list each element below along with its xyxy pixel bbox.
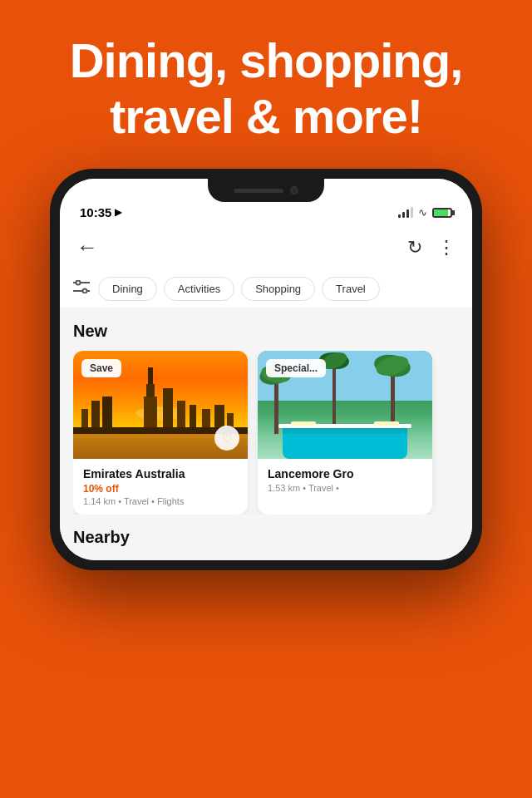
hero-section: Dining, shopping, travel & more!	[0, 0, 532, 160]
phone-device: 10:35 ▶ ∿ ←	[50, 169, 482, 570]
svg-rect-8	[102, 397, 112, 430]
svg-rect-15	[202, 409, 210, 430]
speaker	[234, 189, 283, 193]
card-lancemore-info: Lancemore Gro 1.53 km • Travel •	[258, 459, 432, 501]
card-emirates-discount: 10% off	[83, 483, 238, 495]
card-lancemore-image: Special...	[258, 351, 432, 459]
more-button[interactable]: ⋮	[437, 237, 456, 259]
phone-wrapper: 10:35 ▶ ∿ ←	[0, 160, 532, 570]
svg-point-1	[76, 281, 81, 285]
chip-dining[interactable]: Dining	[98, 277, 157, 301]
chip-travel[interactable]: Travel	[322, 277, 380, 301]
phone-screen: 10:35 ▶ ∿ ←	[60, 179, 472, 560]
section-title-nearby: Nearby	[73, 528, 459, 547]
svg-rect-14	[190, 405, 196, 430]
card-emirates-meta: 1.14 km • Travel • Flights	[83, 496, 238, 506]
filter-icon[interactable]	[73, 280, 90, 298]
battery-icon	[432, 208, 452, 218]
card-lancemore-meta: 1.53 km • Travel •	[268, 483, 422, 493]
header-actions: ↻ ⋮	[407, 237, 456, 259]
svg-rect-26	[332, 363, 336, 434]
card-lancemore-badge: Special...	[266, 359, 326, 377]
refresh-button[interactable]: ↻	[407, 237, 422, 259]
status-icons: ∿	[398, 206, 452, 219]
chip-activities[interactable]: Activities	[164, 277, 234, 301]
svg-rect-12	[163, 388, 173, 430]
section-title-new: New	[73, 322, 459, 341]
card-emirates[interactable]: Save ♡ Emirates Australia 10% off 1.14 k…	[73, 351, 248, 515]
card-emirates-badge: Save	[81, 359, 121, 377]
card-lancemore[interactable]: Special... Lancemore Gro 1.53 km • Trave…	[258, 351, 432, 515]
card-lancemore-name: Lancemore Gro	[268, 467, 422, 480]
status-time: 10:35 ▶	[80, 205, 121, 219]
cards-row: Save ♡ Emirates Australia 10% off 1.14 k…	[73, 351, 459, 515]
wifi-icon: ∿	[418, 206, 427, 219]
signal-icon	[398, 208, 413, 218]
app-header: ← ↻ ⋮	[60, 224, 472, 270]
card-emirates-image: Save ♡	[73, 351, 248, 459]
svg-rect-7	[91, 401, 100, 430]
svg-rect-20	[274, 376, 278, 434]
svg-rect-33	[374, 421, 399, 426]
svg-rect-11	[144, 397, 157, 430]
filter-bar: Dining Activities Shopping Travel	[60, 270, 472, 308]
svg-point-3	[83, 289, 87, 293]
svg-rect-32	[291, 421, 316, 426]
phone-notch	[208, 179, 324, 202]
svg-rect-6	[81, 409, 88, 430]
hero-title: Dining, shopping, travel & more!	[25, 33, 507, 144]
front-camera	[290, 186, 298, 195]
back-button[interactable]: ←	[76, 234, 98, 260]
location-icon: ▶	[115, 207, 121, 218]
filter-chips: Dining Activities Shopping Travel	[98, 277, 380, 301]
card-emirates-info: Emirates Australia 10% off 1.14 km • Tra…	[73, 459, 248, 515]
content-area: New	[60, 308, 472, 560]
svg-rect-13	[177, 401, 185, 430]
card-emirates-name: Emirates Australia	[83, 467, 238, 480]
chip-shopping[interactable]: Shopping	[241, 277, 315, 301]
